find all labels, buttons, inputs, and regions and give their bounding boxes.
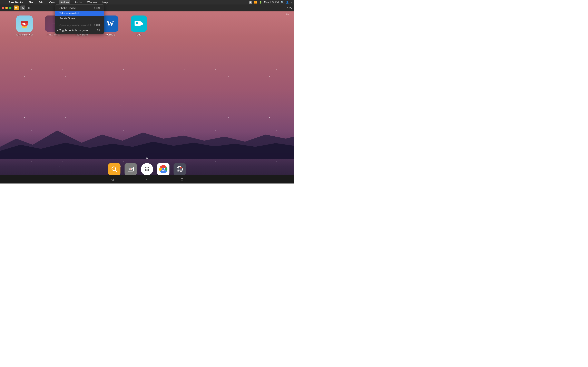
app-words[interactable]: W Words 2 bbox=[102, 16, 118, 36]
words-label: Words 2 bbox=[105, 33, 115, 36]
maplestory-label: MapleStory M bbox=[16, 33, 33, 36]
duo-label: Duo bbox=[136, 33, 141, 36]
android-statusbar: 1:27 bbox=[286, 11, 291, 16]
toggle-controls-shortcut: F6 bbox=[97, 29, 100, 32]
apps-dock-icon bbox=[143, 166, 151, 173]
dock-mail[interactable] bbox=[125, 163, 137, 175]
app-dock bbox=[108, 163, 186, 175]
shake-device-shortcut: ⇧⌘S bbox=[94, 7, 100, 9]
maplestory-svg bbox=[16, 16, 33, 32]
search-dock-icon bbox=[111, 166, 118, 173]
menu-keyboard-controls: Open keyboard controls UI ⇧⌘H bbox=[55, 23, 104, 28]
svg-line-13 bbox=[115, 170, 117, 172]
bluestacks-time: 1:27 bbox=[287, 7, 292, 9]
keyboard-controls-label: Open keyboard controls UI bbox=[60, 24, 91, 27]
words-w-letter: W bbox=[107, 19, 114, 28]
svg-point-34 bbox=[180, 167, 182, 169]
app-duo[interactable]: Duo bbox=[131, 16, 147, 36]
svg-point-20 bbox=[145, 169, 146, 170]
menu-shake-device[interactable]: Shake Device ⇧⌘S bbox=[55, 6, 104, 11]
svg-point-21 bbox=[147, 169, 148, 170]
dock-apps[interactable] bbox=[141, 163, 153, 175]
mac-menubar: BlueStacks File Edit View Actions Audio … bbox=[0, 0, 294, 4]
recents-button[interactable]: □ bbox=[181, 178, 183, 181]
menu-divider-1 bbox=[55, 22, 104, 22]
maximize-button[interactable] bbox=[9, 7, 11, 9]
chrome-dock-icon bbox=[159, 165, 168, 174]
take-screenshot-label: Take screenshot bbox=[60, 12, 79, 15]
svg-point-6 bbox=[24, 23, 26, 25]
minimize-button[interactable] bbox=[5, 7, 8, 9]
menu-toggle-controls[interactable]: ✓ Toggle controls on game F6 bbox=[55, 28, 104, 33]
battery-icon: 🔋 bbox=[259, 1, 262, 4]
svg-point-23 bbox=[145, 170, 146, 171]
actions-dropdown-menu: Shake Device ⇧⌘S Take screenshot Rotate … bbox=[55, 4, 104, 34]
svg-point-22 bbox=[148, 169, 149, 170]
menubar-bluestacks[interactable]: BlueStacks bbox=[7, 0, 24, 4]
menu-rotate-screen[interactable]: Rotate Screen bbox=[55, 16, 104, 21]
menubar-a-icon: A bbox=[249, 1, 252, 4]
menu-take-screenshot[interactable]: Take screenshot bbox=[55, 11, 104, 16]
menubar-time: Mon 1:27 PM bbox=[264, 1, 279, 4]
list-icon[interactable]: ≡ bbox=[291, 1, 292, 4]
mail-dock-icon bbox=[127, 166, 134, 173]
android-time: 1:27 bbox=[286, 12, 291, 15]
play-toolbar-icon[interactable]: ▷ bbox=[27, 6, 32, 10]
toggle-checkmark: ✓ bbox=[57, 29, 59, 32]
svg-point-17 bbox=[145, 167, 146, 168]
menubar-audio[interactable]: Audio bbox=[73, 0, 83, 4]
dock-chrome[interactable] bbox=[157, 163, 169, 175]
a-toolbar-icon[interactable]: A bbox=[20, 6, 25, 10]
menubar-help[interactable]: Help bbox=[101, 0, 109, 4]
menubar-edit[interactable]: Edit bbox=[37, 0, 44, 4]
bluestacks-toolbar: W A ▷ 1:27 bbox=[0, 4, 294, 11]
traffic-lights bbox=[2, 7, 11, 9]
svg-point-25 bbox=[148, 170, 149, 171]
duo-svg bbox=[134, 18, 144, 29]
svg-point-18 bbox=[147, 167, 148, 168]
close-button[interactable] bbox=[2, 7, 4, 9]
chevron-up-button[interactable]: ∧ bbox=[146, 156, 148, 159]
menubar-window[interactable]: Window bbox=[86, 0, 98, 4]
user-icon[interactable]: 👤 bbox=[286, 1, 289, 4]
android-navbar: ◁ ○ □ bbox=[0, 175, 294, 184]
keyboard-controls-shortcut: ⇧⌘H bbox=[94, 24, 100, 27]
menubar-file[interactable]: File bbox=[27, 0, 34, 4]
shake-device-label: Shake Device bbox=[60, 7, 76, 9]
words-icon: W bbox=[102, 16, 118, 32]
search-icon[interactable]: 🔍 bbox=[281, 1, 284, 4]
toggle-controls-label: Toggle controls on game bbox=[60, 29, 88, 32]
app-maplestory[interactable]: MapleStory M bbox=[16, 16, 33, 36]
duo-icon bbox=[131, 16, 147, 32]
dock-search[interactable] bbox=[108, 163, 121, 175]
menubar-actions[interactable]: Actions bbox=[59, 0, 70, 4]
apple-menu[interactable] bbox=[2, 2, 4, 3]
menubar-view[interactable]: View bbox=[48, 0, 56, 4]
w-toolbar-icon[interactable]: W bbox=[14, 6, 19, 10]
mountain-silhouette bbox=[0, 118, 294, 159]
rotate-screen-label: Rotate Screen bbox=[60, 17, 76, 20]
svg-marker-10 bbox=[141, 22, 143, 25]
wifi-icon: 📶 bbox=[254, 1, 257, 4]
dock-globe[interactable] bbox=[173, 163, 186, 175]
back-button[interactable]: ◁ bbox=[111, 178, 113, 182]
maplestory-icon bbox=[16, 16, 33, 32]
svg-point-28 bbox=[162, 168, 164, 170]
svg-point-19 bbox=[148, 167, 149, 168]
svg-point-11 bbox=[136, 22, 138, 24]
svg-point-7 bbox=[20, 21, 29, 23]
home-button[interactable]: ○ bbox=[146, 178, 148, 181]
android-screen: 1:27 bbox=[0, 11, 294, 184]
svg-point-24 bbox=[147, 170, 148, 171]
globe-dock-icon bbox=[176, 166, 183, 173]
